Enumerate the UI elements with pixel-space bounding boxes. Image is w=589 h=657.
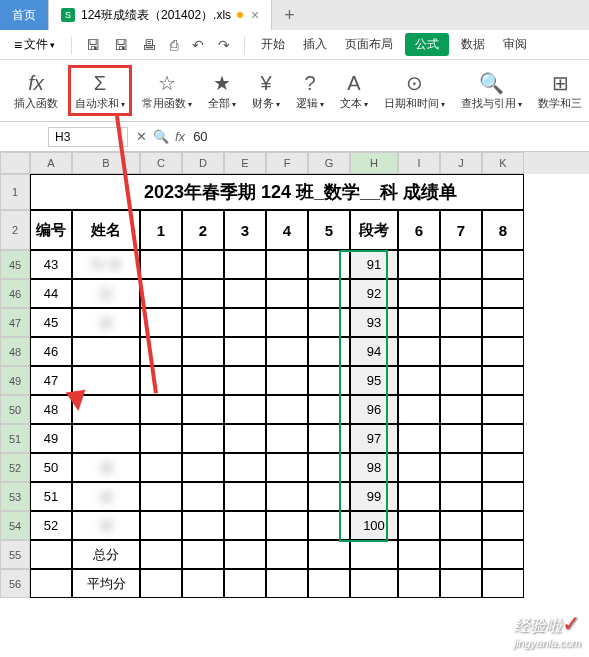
cell[interactable] (140, 453, 182, 482)
cell[interactable] (440, 337, 482, 366)
cell[interactable] (440, 511, 482, 540)
ribbon-tab-data[interactable]: 数据 (455, 33, 491, 56)
cell[interactable] (482, 482, 524, 511)
cell[interactable] (224, 337, 266, 366)
cell[interactable]: 45 (30, 308, 72, 337)
cell[interactable] (440, 482, 482, 511)
column-header[interactable]: E (224, 152, 266, 174)
ribbon-tab-start[interactable]: 开始 (255, 33, 291, 56)
cell[interactable] (182, 540, 224, 569)
cell[interactable] (140, 279, 182, 308)
tab-file[interactable]: S 124班成绩表（201402）.xls × (49, 0, 272, 30)
cell[interactable] (398, 308, 440, 337)
formula-input[interactable]: 60 (193, 129, 207, 144)
cell[interactable] (308, 279, 350, 308)
column-header[interactable]: H (350, 152, 398, 174)
row-header[interactable]: 55 (0, 540, 30, 569)
save-as-icon[interactable]: 🖫 (110, 34, 132, 56)
tab-add-button[interactable]: + (272, 0, 307, 30)
cell[interactable] (140, 337, 182, 366)
cell[interactable]: 52 (30, 511, 72, 540)
cell[interactable] (308, 540, 350, 569)
row-header[interactable]: 51 (0, 424, 30, 453)
row-header[interactable]: 47 (0, 308, 30, 337)
cell[interactable] (398, 395, 440, 424)
cell[interactable]: 赵 (72, 482, 140, 511)
cell[interactable] (440, 424, 482, 453)
cell[interactable]: 总分 (72, 540, 140, 569)
cell[interactable] (30, 540, 72, 569)
cell[interactable] (30, 569, 72, 598)
cell[interactable] (308, 337, 350, 366)
column-header[interactable]: F (266, 152, 308, 174)
column-header[interactable]: G (308, 152, 350, 174)
cell[interactable] (182, 453, 224, 482)
cell[interactable] (398, 569, 440, 598)
cell[interactable] (224, 482, 266, 511)
cell[interactable] (482, 511, 524, 540)
cell[interactable] (140, 511, 182, 540)
cell[interactable] (224, 540, 266, 569)
column-header[interactable]: D (182, 152, 224, 174)
ribbon-tab-formula[interactable]: 公式 (405, 33, 449, 56)
cell[interactable] (224, 279, 266, 308)
cell[interactable] (266, 250, 308, 279)
cell[interactable] (72, 424, 140, 453)
save-icon[interactable]: 🖫 (82, 34, 104, 56)
cell[interactable] (72, 366, 140, 395)
cell[interactable] (440, 453, 482, 482)
cell[interactable]: 46 (30, 337, 72, 366)
cell[interactable] (224, 424, 266, 453)
logic-button[interactable]: ? 逻辑▾ (290, 68, 330, 113)
cell[interactable] (482, 540, 524, 569)
cell[interactable] (308, 453, 350, 482)
ribbon-tab-layout[interactable]: 页面布局 (339, 33, 399, 56)
cell[interactable] (266, 511, 308, 540)
cell[interactable] (440, 540, 482, 569)
cell[interactable]: 51 (30, 482, 72, 511)
cell[interactable] (266, 424, 308, 453)
cell[interactable] (398, 279, 440, 308)
cell[interactable] (398, 511, 440, 540)
cell[interactable]: 邹 涛 (72, 250, 140, 279)
cell[interactable]: 赵 (72, 308, 140, 337)
cell[interactable] (482, 279, 524, 308)
cell[interactable] (482, 453, 524, 482)
cell[interactable] (440, 279, 482, 308)
finance-button[interactable]: ¥ 财务▾ (246, 68, 286, 113)
cell[interactable]: 49 (30, 424, 72, 453)
column-header[interactable]: B (72, 152, 140, 174)
cell[interactable] (440, 366, 482, 395)
row-header[interactable]: 48 (0, 337, 30, 366)
column-header[interactable]: A (30, 152, 72, 174)
cell[interactable] (140, 308, 182, 337)
cell[interactable] (482, 250, 524, 279)
row-header[interactable]: 56 (0, 569, 30, 598)
cell[interactable]: 平均分 (72, 569, 140, 598)
cell[interactable] (72, 395, 140, 424)
cell[interactable] (482, 424, 524, 453)
cell[interactable] (482, 308, 524, 337)
cell[interactable]: 94 (350, 337, 398, 366)
cell[interactable]: 彭 (72, 279, 140, 308)
cell[interactable] (440, 250, 482, 279)
cell[interactable] (72, 337, 140, 366)
cell[interactable] (440, 569, 482, 598)
cell[interactable] (182, 511, 224, 540)
cell[interactable] (398, 366, 440, 395)
cell[interactable] (308, 250, 350, 279)
common-function-button[interactable]: ☆ 常用函数▾ (136, 68, 198, 113)
column-header[interactable]: C (140, 152, 182, 174)
cell[interactable] (224, 453, 266, 482)
cell[interactable]: 93 (350, 308, 398, 337)
cell[interactable]: 96 (350, 395, 398, 424)
cell[interactable] (308, 569, 350, 598)
cell[interactable]: 95 (350, 366, 398, 395)
cell[interactable] (350, 540, 398, 569)
cell[interactable] (224, 511, 266, 540)
column-header[interactable]: J (440, 152, 482, 174)
cell[interactable] (224, 569, 266, 598)
cell[interactable]: 44 (30, 279, 72, 308)
datetime-button[interactable]: ⊙ 日期和时间▾ (378, 68, 451, 113)
row-header[interactable]: 2 (0, 210, 30, 250)
